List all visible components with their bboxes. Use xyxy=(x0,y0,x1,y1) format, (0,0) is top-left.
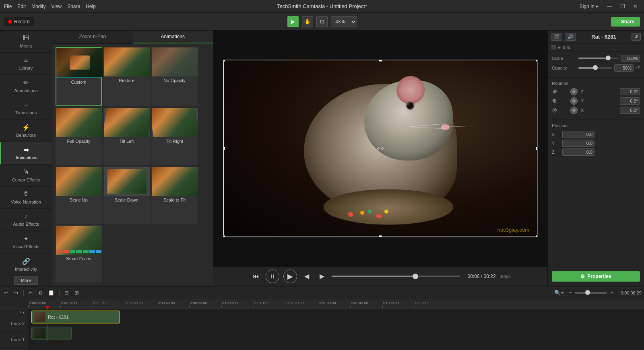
timeline-tracks[interactable]: 0:00:00:00 0:00:10:00 0:00:20:00 0:00:30… xyxy=(28,299,644,350)
sidebar-item-transitions[interactable]: → Transitions xyxy=(0,97,52,119)
rotation-x-input[interactable] xyxy=(620,107,640,114)
sidebar-item-media[interactable]: 🎞 Media xyxy=(0,31,52,53)
sidebar-item-annotations[interactable]: ✏ Annotations xyxy=(0,75,52,97)
sidebar-item-visual-effects[interactable]: ✦ Visual Effects xyxy=(0,231,52,253)
sidebar-item-voice-narration[interactable]: 🎙 Voice Narration xyxy=(0,187,52,209)
playhead[interactable] xyxy=(47,309,48,341)
audio-icon-button[interactable]: 🔊 xyxy=(565,33,576,41)
card-thumb-bg-tilt-left xyxy=(104,108,150,137)
maximize-button[interactable]: ❐ xyxy=(618,2,627,10)
share-button[interactable]: ↑ Share xyxy=(611,17,640,27)
menu-modify[interactable]: Modify xyxy=(31,4,45,9)
card-label-scale-down: Scale Down xyxy=(104,196,149,204)
animation-card-scale-up[interactable]: Scale Up xyxy=(56,167,102,224)
pos-y-input[interactable] xyxy=(562,140,594,147)
animation-card-custom[interactable]: Custom xyxy=(56,47,102,106)
hand-tool-button[interactable]: ✋ xyxy=(302,16,313,27)
rotate-handle[interactable] xyxy=(376,146,385,151)
play-button[interactable]: ▶ xyxy=(283,270,297,283)
opacity-slider-thumb[interactable] xyxy=(593,65,598,70)
undo-button[interactable]: ↩ xyxy=(2,289,10,296)
handle-tr[interactable] xyxy=(536,60,537,62)
properties-button[interactable]: ⚙ Properties xyxy=(552,271,640,282)
handle-bc[interactable] xyxy=(379,235,382,237)
menu-file[interactable]: File xyxy=(4,4,12,9)
sidebar-item-cursor-effects[interactable]: 🖱 Cursor Effects xyxy=(0,165,52,187)
animation-card-restore[interactable]: Restore xyxy=(103,47,150,106)
animation-card-smart-focus[interactable]: Smart Focus xyxy=(56,225,102,282)
sidebar-item-library[interactable]: ≡ Library xyxy=(0,53,52,75)
rotation-y-input[interactable] xyxy=(620,97,640,105)
handle-mr[interactable] xyxy=(536,147,537,150)
rotation-z-circle[interactable] xyxy=(570,88,578,95)
animation-card-scale-down[interactable]: Scale Down xyxy=(103,167,150,224)
close-button[interactable]: ✕ xyxy=(631,2,640,10)
pos-z-input[interactable] xyxy=(562,148,594,156)
menu-share[interactable]: Share xyxy=(67,4,80,9)
progress-bar[interactable] xyxy=(332,276,460,277)
handle-tl[interactable] xyxy=(223,60,225,62)
animation-card-full-opacity[interactable]: Full Opacity xyxy=(56,108,102,165)
paste-button[interactable]: 📋 xyxy=(46,289,56,296)
cut-button[interactable]: ✂ xyxy=(27,289,35,296)
rotation-z-input[interactable] xyxy=(620,88,640,95)
minimize-button[interactable]: — xyxy=(605,2,615,10)
scale-slider-fill xyxy=(578,58,608,59)
prev-frame-button[interactable]: ◀ xyxy=(301,271,312,282)
zoom-reset-button[interactable]: + xyxy=(609,289,615,296)
signin-button[interactable]: Sign In ▾ xyxy=(580,4,598,9)
animation-card-no-opacity[interactable]: No Opacity xyxy=(151,47,198,106)
zoom-slider[interactable] xyxy=(575,292,607,294)
record-button[interactable]: Record xyxy=(4,17,34,26)
zoom-select[interactable]: 43% 100% 50% xyxy=(331,16,357,27)
more-button[interactable]: More xyxy=(14,276,38,285)
tab-animations[interactable]: Animations xyxy=(133,31,213,43)
scale-value[interactable] xyxy=(621,55,640,62)
record-dot xyxy=(8,20,12,24)
handle-bl[interactable] xyxy=(223,235,225,237)
crop-tool-button[interactable]: ⊡ xyxy=(316,16,328,27)
sidebar-item-animations[interactable]: ➡ Animations xyxy=(0,142,52,165)
skip-back-button[interactable]: ⏮ xyxy=(250,271,262,282)
video-icon-button[interactable]: 🎬 xyxy=(551,33,562,41)
menu-view[interactable]: View xyxy=(51,4,62,9)
zoom-out-button[interactable]: − xyxy=(567,289,574,296)
progress-thumb[interactable] xyxy=(413,274,418,279)
rotation-y-circle[interactable] xyxy=(570,97,578,105)
step-back-button[interactable]: ⏸ xyxy=(266,270,279,283)
zoom-slider-thumb[interactable] xyxy=(585,290,590,295)
sidebar-item-audio-effects[interactable]: ♪ Audio Effects xyxy=(0,209,52,231)
rotation-x-circle[interactable] xyxy=(570,107,578,114)
handle-ml[interactable] xyxy=(223,147,225,150)
redo-button[interactable]: ↪ xyxy=(12,289,20,296)
preview-canvas[interactable]: hoc3giay.com xyxy=(213,31,547,266)
handle-tc[interactable] xyxy=(379,60,382,62)
handle-br[interactable] xyxy=(536,235,537,237)
split-button[interactable]: ⊟ xyxy=(63,289,70,296)
animation-card-scale-to-fit[interactable]: Scale to Fit xyxy=(151,167,198,224)
pos-x-input[interactable] xyxy=(562,131,594,138)
cursor-effects-icon: 🖱 xyxy=(23,169,29,176)
next-frame-button[interactable]: ▶ xyxy=(316,271,328,282)
track-1-clip[interactable] xyxy=(31,327,72,340)
zoom-in-button[interactable]: 🔍+ xyxy=(553,289,566,296)
copy-button[interactable]: ⧉ xyxy=(37,289,44,297)
track-2-clip[interactable]: Rat - 6281 xyxy=(31,311,120,323)
sidebar-item-behaviors[interactable]: ⚡ Behaviors xyxy=(0,119,52,142)
opacity-value[interactable] xyxy=(614,64,634,72)
prop-refresh-button[interactable]: ↺ xyxy=(632,33,641,41)
rotation-y-arc-icon xyxy=(552,98,557,104)
animation-card-tilt-left[interactable]: Tilt Left xyxy=(103,108,150,165)
extend-button[interactable]: ⊞ xyxy=(73,289,80,296)
animation-card-tilt-right[interactable]: Tilt Right xyxy=(151,108,198,165)
scale-slider[interactable] xyxy=(578,58,618,59)
add-track-button[interactable]: + xyxy=(19,309,22,315)
scale-slider-thumb[interactable] xyxy=(606,56,611,60)
tab-zoom-n-pan[interactable]: Zoom-n-Pan xyxy=(52,31,133,43)
menu-edit[interactable]: Edit xyxy=(17,4,26,9)
cursor-tool-button[interactable]: ▶ xyxy=(287,16,299,27)
menu-help[interactable]: Help xyxy=(86,4,96,9)
opacity-reset-button[interactable]: ↺ xyxy=(636,65,640,71)
opacity-slider[interactable] xyxy=(578,67,612,69)
sidebar-item-interactivity[interactable]: 🔗 Interactivity xyxy=(0,253,52,276)
